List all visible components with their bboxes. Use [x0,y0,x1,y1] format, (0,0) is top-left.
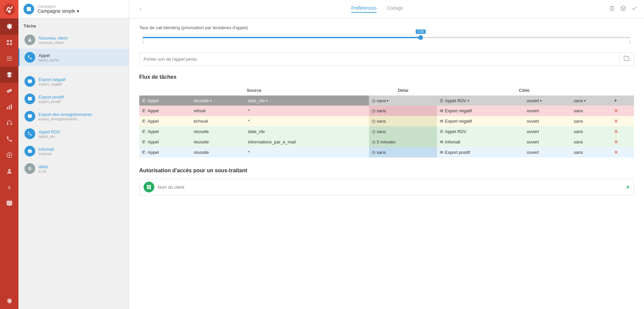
file-input[interactable] [140,53,619,65]
tab-preferences[interactable]: Préférences [351,5,376,13]
slider-thumb[interactable] [418,35,423,40]
row4-target-status: ouvert [524,126,571,137]
sidebar-item-layers[interactable] [0,67,18,83]
layers-button[interactable] [620,5,626,13]
export-enreg-key: export_enregistrements [39,117,92,121]
sidebar-item-nouveau-client[interactable]: Nouveau client nouveau_client [18,31,129,49]
sidebar-item-phone[interactable] [0,131,18,147]
sidebar-item-list[interactable] [0,51,18,67]
slider-track[interactable]: 0.50 [143,37,631,38]
delai-name: délai [39,164,48,169]
row1-target-dropdown[interactable]: Appel RDV [445,98,469,103]
row5-remove-button[interactable]: ✕ [614,139,618,145]
table-row: ✆ Appel réussite * ◷ sans ✉ [139,147,634,158]
flux-table: Source Délai Cible ✆ Appel ré [139,85,634,158]
sidebar-item-infomail[interactable]: Infomail Infomail [18,142,129,160]
app-logo[interactable] [0,0,18,18]
row5-target-icon-cell: ✉ Infomail [437,137,524,147]
row6-remove-button[interactable]: ✕ [614,149,618,155]
campaign-icon [23,4,34,14]
svg-point-18 [8,169,10,171]
svg-rect-8 [7,60,12,61]
row2-delay: ◷ sans [369,106,437,116]
row3-source: ✆ Appel [139,116,191,126]
row1-tag-dropdown[interactable]: date_rdv [248,98,268,103]
row1-add-cell: + [611,96,634,106]
sidebar-item-gear[interactable] [0,18,18,35]
sidebar-item-dollar[interactable]: $ [0,179,18,195]
slider-min: | [143,40,144,44]
row3-remove-button[interactable]: ✕ [614,118,618,124]
row6-delay: ◷ sans [369,147,437,158]
coins-icon [6,87,13,94]
export-negatif-text: Export négatif export_negatif [39,77,65,86]
sidebar-item-chat[interactable] [0,195,18,211]
campaign-dropdown-icon[interactable]: ▾ [77,8,79,14]
autorisation-input[interactable] [158,185,626,190]
table-row: ✆ Appel échoué * ◷ sans ✉ [139,116,634,126]
table-row: ✆ Appel réussite date_rdv ◷ sans [139,126,634,137]
layers2-icon [620,5,626,11]
svg-rect-13 [11,105,12,110]
row5-tag: informations_par_e_mail [245,137,369,147]
row1-add-button[interactable]: + [614,98,617,103]
export-negatif-key: export_negatif [39,82,65,86]
file-browse-button[interactable] [619,53,634,65]
slider-fill [143,37,421,38]
row1-delay-dropdown[interactable]: sans [377,98,388,103]
sidebar-item-coins[interactable] [0,83,18,99]
row2-tag: * [245,106,369,116]
sidebar-item-export-positif[interactable]: Export positif export_positif [18,90,129,108]
row1-target-status-dropdown[interactable]: ouvert [527,98,542,103]
delete-button[interactable] [609,5,615,13]
sidebar-item-appel[interactable]: Appel appel_tache [18,49,129,66]
row5-source: ✆ Appel [139,137,191,147]
nouveau-client-name: Nouveau client [39,36,67,41]
row3-status: échoué [191,116,245,126]
row3-source-text: Appel [148,119,159,124]
row4-remove-cell: ✕ [611,126,634,137]
sidebar-item-export-negatif[interactable]: Export négatif export_negatif [18,73,129,90]
sidebar-item-person[interactable] [0,163,18,179]
row1-phone-icon: ✆ [142,98,146,103]
autorisation-icon [144,182,154,192]
appel-rdv-key: appel_rdv [39,134,60,138]
chevron-button[interactable]: › [136,4,145,14]
check-button[interactable] [631,5,637,13]
sidebar-item-dial[interactable] [0,147,18,163]
header-left: › [136,4,145,14]
autorisation-add-button[interactable]: + [626,184,630,191]
svg-rect-20 [27,7,31,11]
sidebar-item-settings[interactable] [0,293,18,309]
row2-source: ✆ Appel [139,106,191,116]
svg-point-15 [8,154,10,156]
row1-status-dropdown[interactable]: réussite [194,98,212,103]
sidebar-item-headset[interactable] [0,115,18,131]
tab-codage[interactable]: Codage [387,5,403,13]
row6-status: réussite [191,147,245,158]
row2-remove-cell: ✕ [611,106,634,116]
sidebar-item-delai[interactable]: délai d_lai [18,160,129,177]
row1-source-text: Appel [148,98,159,103]
sidebar: Campagne Campagne simple ▾ Tâche Nouveau… [18,0,129,309]
sidebar-item-grid[interactable] [0,35,18,51]
row3-target-text: Export négatif [445,119,472,124]
sidebar-item-appel-rdv[interactable]: Appel RDV appel_rdv [18,125,129,142]
svg-rect-23 [29,167,30,170]
row4-remove-button[interactable]: ✕ [614,129,618,134]
export-enreg-text: Export des enregistrements export_enregi… [39,112,92,121]
sidebar-item-export-enregistrements[interactable]: Export des enregistrements export_enregi… [18,108,129,125]
row5-clock-icon: ◷ [372,139,375,144]
svg-rect-11 [7,107,8,110]
row2-target-status: ouvert [524,106,571,116]
svg-rect-12 [9,106,10,110]
row6-delay-text: sans [377,150,386,155]
row6-source: ✆ Appel [139,147,191,158]
row1-target-tag-dropdown[interactable]: sans [574,98,586,103]
row6-target-text: Export positif [445,150,470,155]
row2-remove-button[interactable]: ✕ [614,108,618,114]
trash-icon [609,5,615,11]
row6-target-status: ouvert [524,147,571,158]
slider-label: Taux de call blending (priorisation par … [139,25,634,30]
sidebar-item-stats[interactable] [0,99,18,115]
